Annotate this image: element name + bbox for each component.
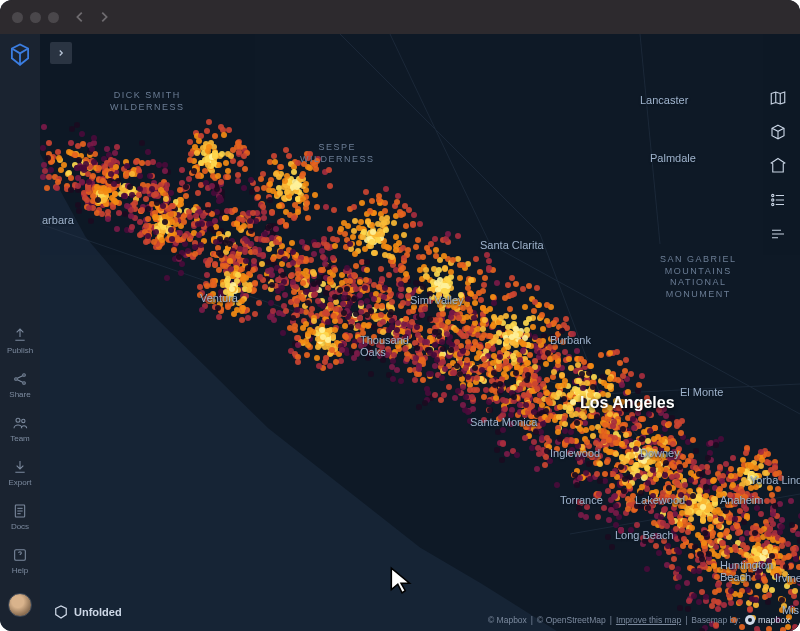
mapbox-logo[interactable]: mapbox <box>745 615 790 625</box>
svg-point-24 <box>772 199 774 201</box>
rail-docs[interactable]: Docs <box>0 495 40 539</box>
rail-label: Help <box>12 566 28 575</box>
close-dot[interactable] <box>12 12 23 23</box>
rail-share[interactable]: Share <box>0 363 40 407</box>
view-2d-button[interactable] <box>768 88 788 108</box>
legend-button[interactable] <box>768 224 788 244</box>
svg-point-1 <box>23 374 26 377</box>
rail-label: Publish <box>7 346 33 355</box>
svg-point-26 <box>772 203 774 205</box>
rail-label: Team <box>10 434 30 443</box>
rail-label: Export <box>8 478 31 487</box>
attribution: © Mapbox | © OpenStreetMap | Improve thi… <box>488 615 790 625</box>
export-icon <box>12 459 28 475</box>
team-icon <box>12 415 28 431</box>
brand-text: Unfolded <box>74 606 122 618</box>
map-canvas[interactable]: DICK SMITHWILDERNESSSESPEWILDERNESSSAN G… <box>40 34 800 631</box>
back-icon[interactable] <box>73 10 87 24</box>
view-3d-button[interactable] <box>768 122 788 142</box>
rail-help[interactable]: Help <box>0 539 40 583</box>
share-icon <box>12 371 28 387</box>
attr-mapbox[interactable]: © Mapbox <box>488 615 527 625</box>
rail-publish[interactable]: Publish <box>0 319 40 363</box>
hexbin-layer <box>40 34 800 631</box>
svg-point-22 <box>772 194 774 196</box>
cube-icon <box>769 123 787 141</box>
brand-badge: Unfolded <box>54 605 122 619</box>
titlebar <box>0 0 800 34</box>
brand-icon <box>54 605 68 619</box>
home-button[interactable] <box>768 156 788 176</box>
attr-osm[interactable]: © OpenStreetMap <box>537 615 606 625</box>
chevron-right-icon <box>56 48 66 58</box>
forward-icon[interactable] <box>97 10 111 24</box>
home-icon <box>769 157 787 175</box>
user-avatar[interactable] <box>8 593 32 617</box>
list-icon <box>769 191 787 209</box>
left-rail: Publish Share Team Export Docs Help <box>0 34 40 631</box>
svg-point-0 <box>15 378 18 381</box>
map-controls <box>768 88 788 244</box>
publish-icon <box>12 327 28 343</box>
app-logo-icon <box>7 42 33 68</box>
svg-point-4 <box>22 419 25 422</box>
legend-icon <box>769 225 787 243</box>
rail-team[interactable]: Team <box>0 407 40 451</box>
attr-basemap: Basemap by: <box>691 615 741 625</box>
traffic-lights <box>12 12 59 23</box>
layers-list-button[interactable] <box>768 190 788 210</box>
map-icon <box>769 89 787 107</box>
minimize-dot[interactable] <box>30 12 41 23</box>
svg-point-3 <box>16 418 20 422</box>
svg-point-2 <box>23 382 26 385</box>
expand-panel-button[interactable] <box>50 42 72 64</box>
rail-label: Docs <box>11 522 29 531</box>
app-window: Publish Share Team Export Docs Help <box>0 0 800 631</box>
docs-icon <box>12 503 28 519</box>
zoom-dot[interactable] <box>48 12 59 23</box>
attr-improve[interactable]: Improve this map <box>616 615 681 625</box>
help-icon <box>12 547 28 563</box>
rail-label: Share <box>9 390 30 399</box>
rail-export[interactable]: Export <box>0 451 40 495</box>
app-body: Publish Share Team Export Docs Help <box>0 34 800 631</box>
nav-arrows <box>73 10 111 24</box>
